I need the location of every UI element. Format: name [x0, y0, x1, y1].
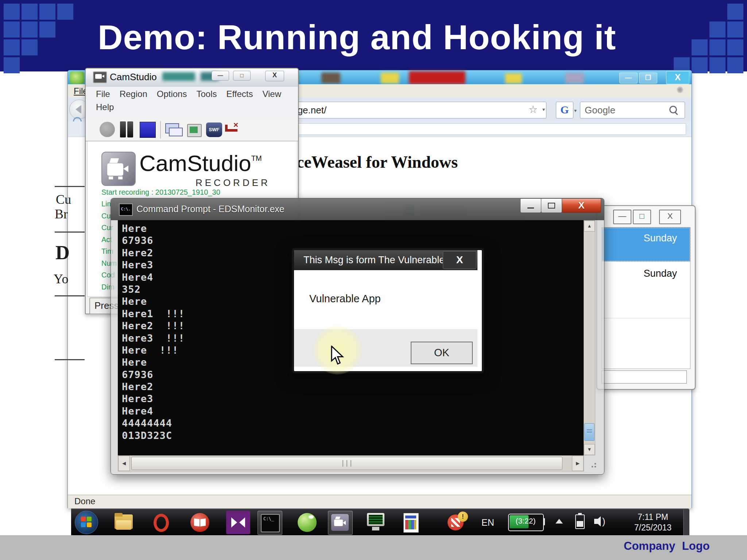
terminal-line: Here4: [122, 272, 185, 284]
terminal-line: Here1 !!!: [122, 308, 185, 320]
camstudio-maximize-button[interactable]: □: [233, 71, 251, 81]
vapp-close-button[interactable]: X: [659, 210, 681, 224]
mouse-cursor-icon: [330, 346, 347, 365]
taskbar-cmd-button[interactable]: C:\_: [258, 511, 282, 535]
tray-battery-icon[interactable]: [575, 514, 585, 529]
tray-show-hidden-icons[interactable]: [556, 519, 563, 524]
avi-icon[interactable]: [187, 124, 202, 137]
taskbar-iceweasel-button[interactable]: [295, 511, 320, 534]
camera-body: [107, 163, 123, 176]
camstudio-close-button[interactable]: X: [265, 71, 284, 81]
warning-badge-icon: !: [458, 512, 468, 522]
search-engine-dropdown-icon[interactable]: ▾: [574, 108, 577, 113]
scroll-left-button[interactable]: ◀: [118, 456, 130, 471]
browser-minimize-button[interactable]: —: [619, 73, 638, 83]
tray-actioncenter-flag[interactable]: !: [446, 511, 468, 534]
vscroll-thumb[interactable]: [584, 423, 595, 441]
page-text-fragment: Cu: [56, 192, 71, 207]
dialog-ok-button[interactable]: OK: [411, 342, 473, 364]
taskbar-reader-button[interactable]: [188, 511, 212, 534]
camstudio-minimize-button[interactable]: —: [212, 71, 229, 81]
titlebar-thumbnail: [321, 73, 340, 83]
cmd-close-button[interactable]: X: [562, 198, 601, 213]
scroll-up-button[interactable]: ▲: [584, 221, 595, 232]
decor-square: [4, 22, 20, 38]
camera-foot: [118, 176, 123, 179]
vapp-minimize-button[interactable]: —: [613, 210, 631, 224]
camera-flag: [109, 158, 119, 163]
dialog-close-button[interactable]: X: [443, 251, 476, 269]
terminal-output: Here67936Here2Here3Here4352HereHere1 !!!…: [122, 223, 185, 442]
search-input[interactable]: Google: [580, 102, 685, 118]
search-engine-button[interactable]: G: [556, 102, 573, 118]
terminal-line: Here2: [122, 381, 185, 393]
hscroll-thumb[interactable]: [131, 457, 562, 470]
taskbar-monitor-app-button[interactable]: [364, 511, 388, 534]
annotation-icon-stub: [225, 125, 228, 131]
dialog-titlebar[interactable]: This Msg is form The Vulnerable A... X: [294, 250, 477, 270]
vapp-text-input[interactable]: [601, 370, 687, 384]
vulnerable-app-window: — □ X Sunday Sunday: [596, 205, 696, 390]
bookmark-star-icon[interactable]: ☆: [529, 104, 538, 116]
scroll-down-button[interactable]: ▼: [584, 444, 595, 455]
terminal-line: 352: [122, 284, 185, 296]
search-placeholder-text: Google: [585, 102, 615, 118]
record-button[interactable]: [100, 122, 115, 137]
pause-button[interactable]: [120, 121, 126, 137]
browser-maximize-button[interactable]: ❐: [639, 73, 657, 83]
region-icon-overlay: [169, 128, 183, 136]
taskbar-opera-button[interactable]: [149, 511, 173, 534]
camstudio-menu-item[interactable]: Region: [120, 89, 147, 99]
cmd-icon: C:\_: [261, 514, 280, 532]
decor-square: [57, 4, 73, 20]
taskbar-visualstudio-button[interactable]: [226, 511, 250, 534]
scroll-right-button[interactable]: ▶: [572, 456, 584, 471]
stop-button[interactable]: [140, 122, 156, 138]
page-rule: [55, 295, 85, 296]
iceweasel-favicon-icon: [70, 71, 84, 84]
avi-icon-inner: [190, 127, 198, 133]
decor-square: [4, 57, 20, 73]
decor-square: [692, 57, 708, 73]
camstudio-menu-item[interactable]: File: [96, 89, 110, 99]
cmd-vscrollbar[interactable]: ▲ ▼: [584, 220, 595, 455]
page-heading: ceWeasel for Windows: [297, 152, 458, 172]
window-resize-grip[interactable]: [587, 459, 597, 468]
swf-icon[interactable]: SWF: [206, 122, 222, 137]
list-item[interactable]: Sunday: [602, 261, 690, 318]
camstudio-menu-help[interactable]: Help: [86, 99, 298, 112]
cmd-hscrollbar[interactable]: ◀ ▶: [118, 455, 584, 471]
browser-close-button[interactable]: X: [666, 71, 689, 84]
taskbar-explorer-button[interactable]: [112, 511, 136, 534]
taskbar-gridapp-button[interactable]: [399, 511, 423, 534]
camstudio-titlebar[interactable]: CamStudio — □ X: [86, 69, 298, 87]
show-desktop-button[interactable]: [683, 509, 689, 536]
cmd-maximize-button[interactable]: [541, 198, 562, 213]
start-button[interactable]: [75, 511, 98, 534]
camstudio-toolbar: SWF ✕: [86, 118, 298, 141]
clock-date: 7/25/2013: [626, 522, 680, 533]
tray-language-indicator[interactable]: EN: [481, 517, 494, 528]
book-icon: [190, 513, 209, 532]
company-logo-text: Company Logo: [624, 540, 710, 553]
terminal-line: 67936: [122, 369, 185, 381]
camstudio-menu-item[interactable]: Effects: [226, 89, 253, 99]
terminal-line: Here !!!: [122, 345, 185, 357]
decor-square: [4, 39, 20, 55]
taskbar-camstudio-button[interactable]: [328, 511, 353, 535]
tray-clock[interactable]: 7:11 PM 7/25/2013: [626, 512, 680, 533]
cmd-titlebar[interactable]: C:\. Command Prompt - EDSMonitor.exe X: [111, 198, 604, 220]
camstudio-menu-item[interactable]: Options: [157, 89, 187, 99]
tray-battery-meter[interactable]: (3:22): [508, 514, 544, 531]
camstudio-logo-icon: [101, 152, 136, 186]
cmd-minimize-button[interactable]: [520, 198, 541, 213]
camstudio-menu-item[interactable]: Tools: [196, 89, 217, 99]
vapp-maximize-button[interactable]: □: [633, 210, 651, 224]
star-dropdown-icon[interactable]: ▾: [542, 106, 545, 112]
titlebar-thumbnail: [381, 73, 399, 83]
camstudio-menu-item[interactable]: View: [262, 89, 281, 99]
pause-button-bar[interactable]: [127, 121, 133, 137]
list-item-selected[interactable]: Sunday: [602, 228, 690, 261]
globe-icon: [298, 513, 317, 532]
camera-foot: [109, 176, 113, 179]
